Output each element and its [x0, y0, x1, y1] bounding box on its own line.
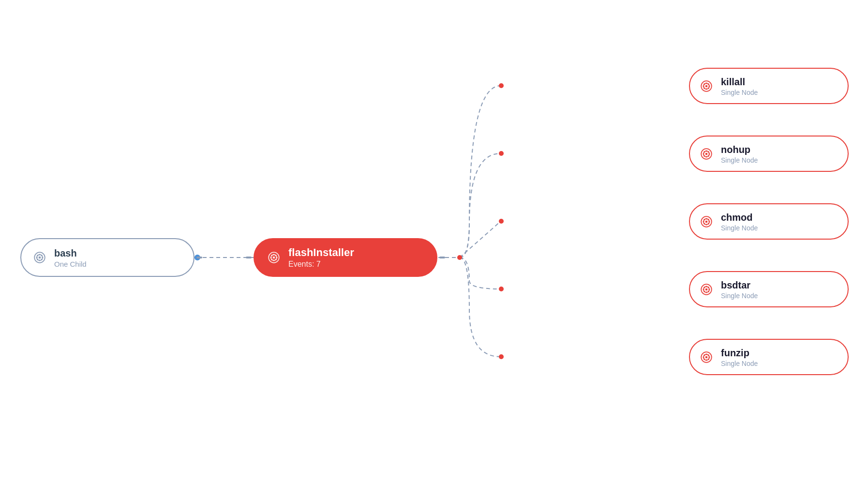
- svg-point-14: [705, 220, 708, 223]
- svg-point-2: [457, 255, 462, 260]
- bsdtar-subtitle: Single Node: [721, 292, 758, 300]
- funzip-node[interactable]: funzip Single Node: [689, 339, 849, 375]
- funzip-title: funzip: [721, 347, 758, 359]
- svg-point-13: [705, 152, 708, 155]
- svg-point-16: [705, 356, 708, 358]
- bash-node[interactable]: bash One Child: [20, 238, 195, 277]
- diagram-canvas: bash One Child flashInstaller Events: 7: [0, 0, 868, 485]
- nohup-title: nohup: [721, 144, 758, 155]
- flash-icon: [265, 249, 283, 266]
- killall-title: killall: [721, 76, 758, 88]
- bash-subtitle: One Child: [54, 260, 87, 268]
- svg-point-15: [705, 288, 708, 290]
- bash-title: bash: [54, 247, 87, 259]
- chmod-node[interactable]: chmod Single Node: [689, 203, 849, 240]
- bash-icon: [31, 249, 48, 266]
- flash-subtitle: Events: 7: [288, 260, 354, 269]
- nohup-node[interactable]: nohup Single Node: [689, 136, 849, 172]
- flash-title: flashInstaller: [288, 246, 354, 259]
- svg-point-11: [273, 257, 275, 259]
- nohup-icon: [698, 145, 715, 163]
- bash-text: bash One Child: [54, 247, 87, 268]
- bsdtar-icon: [698, 281, 715, 298]
- funzip-text: funzip Single Node: [721, 347, 758, 367]
- nohup-text: nohup Single Node: [721, 144, 758, 164]
- chmod-title: chmod: [721, 212, 758, 223]
- svg-point-3: [499, 83, 504, 88]
- svg-point-4: [499, 151, 504, 156]
- chmod-subtitle: Single Node: [721, 224, 758, 232]
- funzip-icon: [698, 349, 715, 366]
- svg-point-7: [499, 354, 504, 359]
- nohup-subtitle: Single Node: [721, 156, 758, 164]
- bsdtar-text: bsdtar Single Node: [721, 279, 758, 300]
- bsdtar-title: bsdtar: [721, 279, 758, 291]
- flash-node[interactable]: flashInstaller Events: 7: [254, 238, 437, 277]
- flash-text: flashInstaller Events: 7: [288, 246, 354, 269]
- killall-subtitle: Single Node: [721, 89, 758, 96]
- killall-icon: [698, 77, 715, 95]
- funzip-subtitle: Single Node: [721, 360, 758, 367]
- flash-handle-left: [246, 257, 252, 258]
- svg-point-10: [39, 257, 41, 259]
- chmod-text: chmod Single Node: [721, 212, 758, 232]
- chmod-icon: [698, 213, 715, 230]
- flash-handle-right: [439, 257, 445, 258]
- svg-point-12: [705, 85, 708, 87]
- svg-point-6: [499, 287, 504, 291]
- bash-handle-right: [196, 257, 202, 258]
- killall-text: killall Single Node: [721, 76, 758, 96]
- svg-point-5: [499, 219, 504, 224]
- bsdtar-node[interactable]: bsdtar Single Node: [689, 271, 849, 307]
- killall-node[interactable]: killall Single Node: [689, 68, 849, 104]
